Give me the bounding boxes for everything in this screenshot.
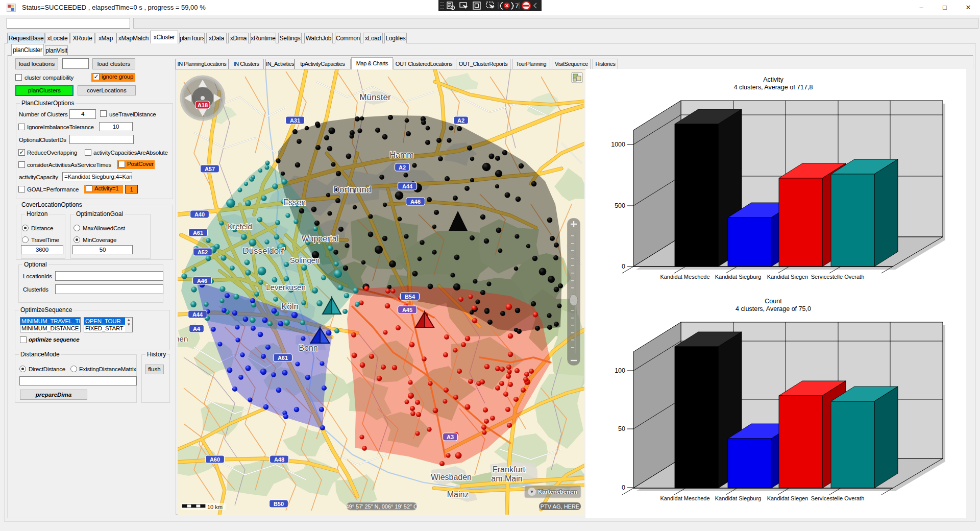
svg-text:Servicestelle Overath: Servicestelle Overath bbox=[811, 495, 865, 501]
svg-text:500: 500 bbox=[615, 202, 625, 209]
svg-text:A40: A40 bbox=[194, 211, 205, 218]
svg-text:Kandidat Siegen: Kandidat Siegen bbox=[767, 274, 808, 280]
svg-text:Kandidat Siegburg: Kandidat Siegburg bbox=[715, 495, 762, 501]
svg-text:A46: A46 bbox=[197, 278, 207, 284]
svg-text:Hamm: Hamm bbox=[389, 151, 413, 159]
svg-text:chen: chen bbox=[178, 334, 188, 343]
svg-text:A52: A52 bbox=[198, 249, 208, 255]
svg-text:Kandidat Meschede: Kandidat Meschede bbox=[660, 274, 709, 280]
svg-text:A60: A60 bbox=[210, 456, 220, 463]
svg-text:Wuppertal: Wuppertal bbox=[302, 234, 339, 243]
svg-text:Münster: Münster bbox=[359, 92, 391, 102]
svg-text:4 clusters, Average of 717,8: 4 clusters, Average of 717,8 bbox=[734, 84, 813, 91]
svg-text:Essen: Essen bbox=[283, 198, 306, 207]
svg-text:Count: Count bbox=[765, 298, 782, 305]
svg-text:Köln: Köln bbox=[281, 302, 299, 311]
svg-text:0: 0 bbox=[622, 484, 625, 491]
svg-text:A61: A61 bbox=[193, 230, 203, 236]
svg-text:Dortmund: Dortmund bbox=[333, 185, 372, 195]
svg-text:A31: A31 bbox=[290, 117, 300, 124]
svg-text:Solingen: Solingen bbox=[290, 256, 320, 264]
svg-text:Kandidat Siegburg: Kandidat Siegburg bbox=[715, 274, 762, 280]
svg-text:A3: A3 bbox=[447, 434, 454, 440]
svg-text:A44: A44 bbox=[192, 311, 203, 318]
svg-text:50: 50 bbox=[618, 425, 625, 432]
svg-text:A2: A2 bbox=[399, 164, 406, 171]
svg-text:Kandidat Siegen: Kandidat Siegen bbox=[767, 495, 808, 501]
svg-text:A4: A4 bbox=[193, 326, 201, 332]
svg-text:10 km: 10 km bbox=[207, 504, 223, 510]
svg-text:Leverkusen: Leverkusen bbox=[266, 283, 306, 292]
svg-text:Servicestelle Overath: Servicestelle Overath bbox=[811, 274, 865, 280]
svg-text:Wiesbaden: Wiesbaden bbox=[431, 473, 472, 481]
svg-text:A2: A2 bbox=[457, 117, 464, 124]
svg-text:A48: A48 bbox=[274, 456, 284, 463]
svg-text:7: 7 bbox=[515, 2, 519, 10]
svg-text:B50: B50 bbox=[274, 501, 284, 507]
svg-text:100: 100 bbox=[615, 367, 625, 374]
svg-text:4 clusters, Average of 75,0: 4 clusters, Average of 75,0 bbox=[736, 305, 811, 312]
svg-text:A57: A57 bbox=[205, 166, 215, 172]
svg-text:Kandidat Meschede: Kandidat Meschede bbox=[660, 495, 709, 501]
svg-text:Bonn: Bonn bbox=[299, 344, 317, 352]
svg-text:49° 57′ 25″ N, 006° 19′ 52″ O: 49° 57′ 25″ N, 006° 19′ 52″ O bbox=[346, 503, 418, 510]
svg-text:Kartenebenen: Kartenebenen bbox=[538, 489, 577, 495]
svg-text:A44: A44 bbox=[402, 183, 413, 189]
svg-text:PTV AG, HERE: PTV AG, HERE bbox=[541, 503, 579, 510]
svg-text:A45: A45 bbox=[402, 307, 412, 313]
svg-text:A18: A18 bbox=[198, 102, 208, 108]
svg-text:Mainz: Mainz bbox=[447, 490, 469, 499]
svg-text:am Main: am Main bbox=[491, 474, 522, 483]
svg-text:B54: B54 bbox=[405, 294, 415, 300]
svg-text:A61: A61 bbox=[278, 355, 288, 361]
svg-text:1000: 1000 bbox=[611, 141, 625, 148]
svg-text:A46: A46 bbox=[410, 199, 421, 205]
svg-text:Düsseldorf: Düsseldorf bbox=[242, 246, 284, 256]
svg-text:Krefeld: Krefeld bbox=[228, 222, 252, 231]
svg-text:0: 0 bbox=[622, 263, 625, 270]
svg-text:Frankfurt: Frankfurt bbox=[493, 465, 526, 474]
svg-text:Activity: Activity bbox=[763, 76, 783, 83]
